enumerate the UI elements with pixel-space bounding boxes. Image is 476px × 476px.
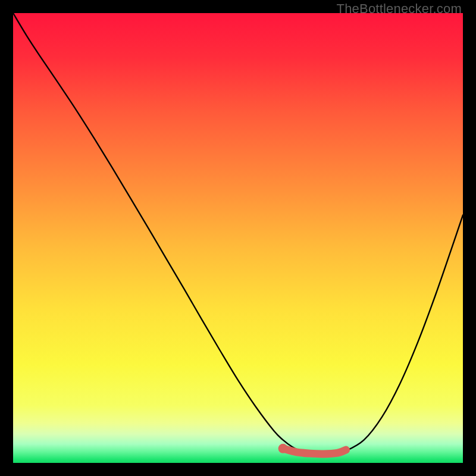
- bottleneck-chart: [13, 13, 463, 463]
- optimal-start-dot: [278, 444, 288, 453]
- chart-frame: [13, 13, 463, 463]
- gradient-background: [13, 13, 463, 463]
